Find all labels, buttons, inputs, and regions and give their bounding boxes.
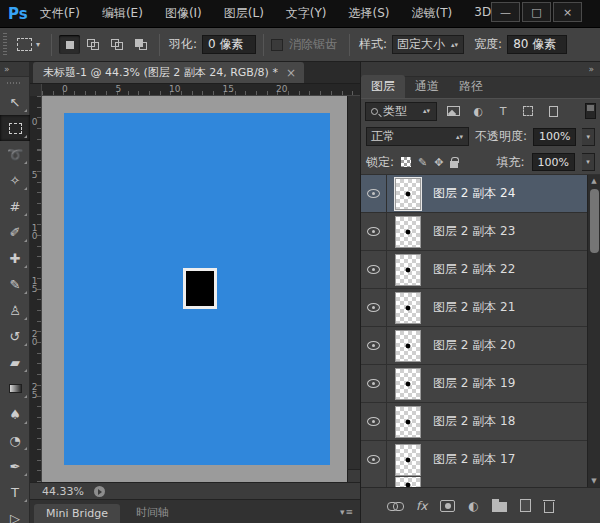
layer-thumbnail[interactable] [395, 292, 421, 324]
clone-stamp-tool[interactable]: ♙ [0, 297, 30, 323]
menu-item[interactable]: 图层(L) [224, 5, 264, 22]
visibility-eye-icon[interactable] [367, 417, 380, 426]
menu-item[interactable]: 文件(F) [40, 5, 80, 22]
opacity-value[interactable]: 100% [533, 128, 576, 146]
visibility-eye-icon[interactable] [367, 379, 380, 388]
layer-row[interactable]: 图层 2 副本 21 [361, 289, 587, 327]
toolbar-grip[interactable] [7, 79, 22, 87]
filter-toggle-switch[interactable] [585, 103, 596, 119]
layer-thumbnail[interactable] [395, 330, 421, 362]
layer-thumbnail[interactable] [395, 254, 421, 286]
intersect-selection-button[interactable] [131, 35, 152, 54]
magic-wand-tool[interactable]: ✧ [0, 167, 30, 193]
link-layers-button[interactable] [387, 502, 403, 510]
zoom-level[interactable]: 44.33% [42, 485, 84, 498]
scroll-up-icon[interactable]: ▲ [591, 175, 596, 187]
layer-row[interactable]: 图层 2 副本 19 [361, 365, 587, 403]
layer-row[interactable]: 图层 2 副本 23 [361, 213, 587, 251]
layer-thumbnail[interactable] [395, 477, 421, 487]
canvas[interactable] [64, 113, 330, 465]
layer-row[interactable]: 图层 2 副本 17 [361, 441, 587, 479]
filter-adjustment-button[interactable]: ◐ [469, 103, 487, 119]
blur-tool[interactable]: ♠ [0, 401, 30, 427]
close-button[interactable]: × [553, 2, 582, 22]
ruler-corner[interactable] [30, 84, 42, 96]
layer-row[interactable]: 图层 2 副本 22 [361, 251, 587, 289]
lock-transparency-icon[interactable] [401, 157, 411, 167]
filter-image-button[interactable] [444, 103, 462, 119]
eraser-tool[interactable]: ▰ [0, 349, 30, 375]
layer-thumbnail[interactable] [395, 178, 421, 210]
feather-input[interactable]: 0 像素 [202, 35, 256, 54]
maximize-button[interactable]: □ [522, 2, 551, 22]
gradient-tool[interactable] [0, 375, 30, 401]
lock-position-icon[interactable]: ✥ [434, 156, 443, 169]
menu-item[interactable]: 选择(S) [349, 5, 390, 22]
layer-style-button[interactable]: fx [416, 499, 427, 513]
layer-thumbnail[interactable] [395, 444, 421, 476]
lock-all-icon[interactable] [450, 161, 458, 168]
rect-marquee-tool[interactable] [0, 115, 30, 141]
tab-mini-bridge[interactable]: Mini Bridge [34, 504, 120, 523]
move-tool[interactable]: ↖ [0, 89, 30, 115]
fill-dropdown-icon[interactable]: ▾ [582, 153, 595, 171]
visibility-eye-icon[interactable] [367, 341, 380, 350]
visibility-eye-icon[interactable] [367, 227, 380, 236]
toolbar-collapse-button[interactable]: » [0, 62, 29, 77]
pen-tool[interactable]: ✒ [0, 453, 30, 479]
tool-preset-picker[interactable]: ▾ [13, 36, 44, 53]
document-tab[interactable]: 未标题-1 @ 44.3% (图层 2 副本 24, RGB/8) * × [33, 62, 304, 83]
vertical-ruler[interactable]: 0510152025 [30, 96, 42, 482]
filter-type-button[interactable]: T [494, 103, 512, 119]
visibility-eye-icon[interactable] [367, 189, 380, 198]
lock-pixels-icon[interactable]: ✎ [418, 156, 427, 169]
style-select[interactable]: 固定大小 ▴▾ [392, 35, 464, 54]
layer-row[interactable]: 图层 2 副本 20 [361, 327, 587, 365]
canvas-pasteboard[interactable] [42, 96, 347, 482]
subtract-from-selection-button[interactable] [107, 35, 128, 54]
history-brush-tool[interactable]: ↺ [0, 323, 30, 349]
brush-tool[interactable]: ✎ [0, 271, 30, 297]
panel-menu-icon[interactable]: ▾≡ [340, 507, 354, 517]
tab-timeline[interactable]: 时间轴 [124, 502, 181, 523]
layer-row[interactable]: 图层 2 副本 24 [361, 175, 587, 213]
lasso-tool[interactable]: ➰ [0, 141, 30, 167]
layer-thumbnail[interactable] [395, 406, 421, 438]
scrollbar-thumb[interactable] [590, 189, 599, 253]
图层[interactable]: 图层 [361, 75, 405, 98]
menu-item[interactable]: 图像(I) [165, 5, 202, 22]
dodge-tool[interactable]: ◔ [0, 427, 30, 453]
adjustment-layer-button[interactable]: ◐ [468, 499, 478, 513]
路径[interactable]: 路径 [449, 75, 493, 98]
menu-item[interactable]: 文字(Y) [286, 5, 327, 22]
horizontal-ruler[interactable]: 05101520 [42, 84, 360, 95]
eyedropper-tool[interactable]: ✐ [0, 219, 30, 245]
new-layer-button[interactable] [520, 499, 531, 512]
filter-shape-button[interactable] [519, 103, 537, 119]
blend-mode-select[interactable]: 正常 ▴▾ [366, 127, 469, 146]
black-square-layer-object[interactable] [183, 268, 217, 309]
antialias-checkbox[interactable] [271, 39, 283, 51]
filter-smart-object-button[interactable] [544, 103, 562, 119]
document-scrollbar[interactable] [347, 96, 360, 482]
layer-row-partial[interactable] [361, 477, 587, 487]
layer-row[interactable]: 图层 2 副本 18 [361, 403, 587, 441]
layer-thumbnail[interactable] [395, 216, 421, 248]
delete-layer-button[interactable] [544, 499, 554, 513]
scroll-down-icon[interactable]: ▼ [591, 475, 596, 487]
visibility-eye-icon[interactable] [367, 265, 380, 274]
fill-value[interactable]: 100% [532, 153, 575, 171]
visibility-eye-icon[interactable] [367, 303, 380, 312]
layers-scrollbar[interactable]: ▲ ▼ [587, 175, 600, 487]
menu-item[interactable]: 编辑(E) [102, 5, 143, 22]
add-layer-mask-button[interactable] [440, 500, 455, 512]
width-input[interactable]: 80 像素 [507, 35, 567, 54]
add-to-selection-button[interactable] [83, 35, 104, 54]
filter-kind-select[interactable]: 类型 ▴▾ [365, 102, 437, 121]
visibility-eye-icon[interactable] [367, 455, 380, 464]
minimize-button[interactable]: — [491, 2, 520, 22]
opacity-dropdown-icon[interactable]: ▾ [582, 128, 595, 146]
healing-brush-tool[interactable]: ✚ [0, 245, 30, 271]
crop-tool[interactable]: # [0, 193, 30, 219]
menu-item[interactable]: 滤镜(T) [412, 5, 453, 22]
